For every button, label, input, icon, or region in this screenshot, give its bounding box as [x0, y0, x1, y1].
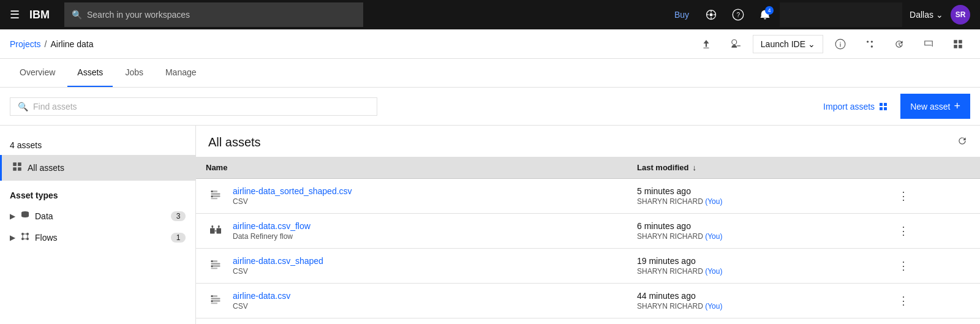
refresh-button[interactable] [957, 135, 968, 149]
sort-descending-icon: ↓ [693, 163, 697, 172]
all-assets-label: All assets [28, 163, 64, 173]
breadcrumb-projects-link[interactable]: Projects [10, 39, 41, 49]
upload-icon-btn[interactable] [694, 32, 718, 56]
product-switcher[interactable] [780, 2, 902, 27]
svg-rect-15 [880, 103, 883, 106]
info-icon-btn[interactable] [828, 32, 853, 56]
branch-icon [864, 39, 875, 50]
history-icon [894, 39, 905, 50]
asset-name-link-2[interactable]: airline-data.csv_shaped [233, 256, 323, 266]
find-assets-search[interactable]: 🔍 [10, 97, 377, 116]
svg-point-27 [26, 238, 29, 240]
svg-point-37 [211, 195, 213, 197]
main-content: 4 assets All assets Asset types ▶ Data 3… [0, 126, 980, 324]
svg-rect-22 [18, 167, 21, 171]
menu-icon[interactable]: ☰ [10, 8, 20, 21]
modified-you-0: (You) [705, 197, 722, 206]
modified-time-2: 19 minutes ago [637, 256, 874, 266]
tab-manage[interactable]: Manage [156, 59, 206, 87]
asset-modified-cell-1: 6 minutes ago SHARYN RICHARD (You) [627, 214, 884, 249]
breadcrumb-separator: / [45, 39, 47, 49]
svg-rect-12 [959, 40, 962, 43]
asset-name-link-1[interactable]: airline-data.csv_flow [233, 221, 311, 231]
top-navigation: ☰ IBM 🔍 Buy ? 4 Dallas ⌄ SR [0, 0, 980, 29]
flows-count-badge: 1 [171, 233, 186, 243]
sidebar-item-flows[interactable]: ▶ Flows 1 [0, 227, 195, 248]
svg-rect-35 [211, 198, 218, 199]
top-nav-actions: Buy ? 4 Dallas ⌄ SR [667, 2, 970, 27]
asset-actions-cell-1: ⋮ [884, 214, 980, 249]
asset-icon-3 [206, 291, 225, 311]
sub-header-actions: Launch IDE ⌄ [694, 32, 970, 56]
import-assets-button[interactable]: Import assets [816, 97, 895, 116]
asset-name-link-3[interactable]: airline-data.csv [233, 291, 290, 301]
asset-type-0: CSV [233, 197, 352, 206]
add-user-icon [730, 39, 741, 50]
search-icon: 🔍 [18, 102, 28, 111]
svg-point-25 [26, 233, 29, 235]
asset-name-cell-0: airline-data_sorted_shaped.csv CSV [196, 179, 627, 214]
tab-assets[interactable]: Assets [67, 59, 113, 87]
sub-header: Projects / Airline data Launch IDE ⌄ [0, 29, 980, 59]
chat-icon-btn[interactable] [916, 32, 941, 56]
new-asset-button[interactable]: New asset + [900, 94, 970, 119]
find-assets-input[interactable] [33, 102, 369, 111]
asset-overflow-menu-2[interactable]: ⋮ [894, 256, 913, 276]
history-icon-btn[interactable] [887, 32, 911, 56]
sidebar-item-data[interactable]: ▶ Data 3 [0, 205, 195, 227]
asset-name-link-0[interactable]: airline-data_sorted_shaped.csv [233, 186, 352, 196]
asset-name-cell-3: airline-data.csv CSV [196, 284, 627, 318]
asset-type-2: CSV [233, 267, 323, 276]
modified-you-2: (You) [705, 267, 722, 276]
svg-rect-10 [840, 42, 840, 42]
chevron-down-icon: ⌄ [936, 10, 943, 20]
svg-rect-39 [217, 228, 222, 234]
import-icon [878, 102, 888, 111]
table-row: airline-data.csv CSV 44 minutes ago SHAR… [196, 284, 980, 318]
asset-overflow-menu-0[interactable]: ⋮ [894, 186, 913, 206]
svg-point-49 [211, 260, 213, 262]
svg-point-41 [211, 225, 213, 227]
user-avatar[interactable]: SR [951, 5, 970, 24]
launch-ide-button[interactable]: Launch IDE ⌄ [753, 35, 823, 53]
asset-overflow-menu-1[interactable]: ⋮ [894, 221, 913, 241]
column-header-name: Name [196, 157, 627, 179]
notification-icon-btn[interactable]: 4 [753, 2, 777, 27]
tab-jobs[interactable]: Jobs [115, 59, 153, 87]
column-header-modified[interactable]: Last modified ↓ [627, 157, 884, 179]
grid-icon-btn[interactable] [946, 32, 970, 56]
modified-user-1: SHARYN RICHARD (You) [637, 232, 874, 241]
asset-types-header: Asset types [0, 181, 195, 205]
buy-link[interactable]: Buy [667, 10, 696, 20]
asset-actions-cell-2: ⋮ [884, 249, 980, 284]
modified-you-1: (You) [705, 232, 722, 241]
tab-overview[interactable]: Overview [10, 59, 65, 87]
asset-name-cell-2: airline-data.csv_shaped CSV [196, 249, 627, 284]
search-input[interactable] [87, 10, 356, 20]
modified-user-0: SHARYN RICHARD (You) [637, 197, 874, 206]
all-assets-icon [12, 161, 23, 175]
help-icon-btn[interactable]: ? [726, 2, 750, 27]
add-collaborator-icon-btn[interactable] [723, 32, 748, 56]
modified-time-0: 5 minutes ago [637, 186, 874, 196]
target-icon-btn[interactable] [699, 2, 723, 27]
svg-point-26 [21, 238, 24, 240]
ibm-logo: IBM [29, 9, 50, 21]
asset-count: 4 assets [0, 135, 195, 155]
breadcrumb: Projects / Airline data [10, 39, 94, 49]
column-header-actions [884, 157, 980, 179]
asset-name-cell-1: airline-data.csv_flow Data Refinery flow [196, 214, 627, 249]
info-icon [835, 39, 846, 50]
region-selector[interactable]: Dallas ⌄ [905, 10, 948, 20]
sidebar-item-all-assets[interactable]: All assets [0, 155, 195, 181]
svg-rect-19 [13, 162, 17, 166]
svg-rect-13 [954, 45, 957, 48]
global-search[interactable]: 🔍 [64, 2, 363, 27]
asset-overflow-menu-3[interactable]: ⋮ [894, 291, 913, 311]
asset-modified-cell-2: 19 minutes ago SHARYN RICHARD (You) [627, 249, 884, 284]
expand-icon: ▶ [10, 212, 15, 220]
svg-rect-21 [13, 167, 17, 171]
svg-rect-20 [18, 162, 21, 166]
chat-icon [923, 39, 934, 50]
branch-icon-btn[interactable] [858, 32, 882, 56]
